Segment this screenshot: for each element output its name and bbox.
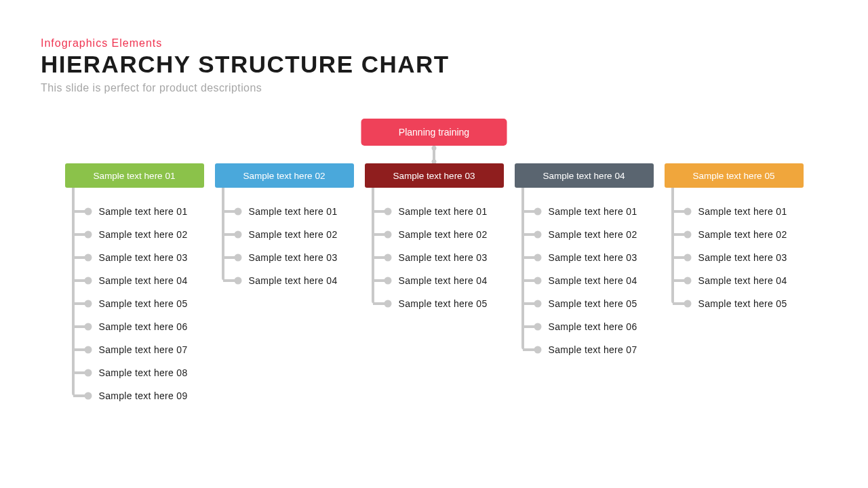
column: Sample text here 04Sample text here 01Sa… bbox=[515, 163, 654, 407]
list-item-label: Sample text here 07 bbox=[549, 344, 637, 355]
list-item: Sample text here 07 bbox=[515, 338, 654, 361]
list-item: Sample text here 07 bbox=[65, 338, 204, 361]
column-body: Sample text here 01Sample text here 02Sa… bbox=[665, 188, 804, 315]
bullet-dot-icon bbox=[384, 231, 391, 239]
bullet-dot-icon bbox=[84, 277, 92, 285]
list-item: Sample text here 05 bbox=[65, 292, 204, 315]
list-item: Sample text here 02 bbox=[515, 223, 654, 246]
bullet-dot-icon bbox=[384, 277, 391, 285]
list-item-label: Sample text here 04 bbox=[399, 275, 488, 286]
bullet-dot-icon bbox=[384, 208, 391, 216]
column-body: Sample text here 01Sample text here 02Sa… bbox=[215, 188, 354, 292]
column-body: Sample text here 01Sample text here 02Sa… bbox=[515, 188, 654, 361]
list-item-label: Sample text here 04 bbox=[549, 275, 637, 286]
column-header: Sample text here 05 bbox=[665, 163, 804, 188]
list-item-label: Sample text here 01 bbox=[99, 206, 188, 217]
list-item-label: Sample text here 02 bbox=[399, 229, 488, 240]
list-item-label: Sample text here 07 bbox=[99, 344, 188, 355]
list-item: Sample text here 03 bbox=[665, 246, 804, 269]
list-item-label: Sample text here 03 bbox=[399, 252, 488, 263]
column-body: Sample text here 01Sample text here 02Sa… bbox=[65, 188, 204, 407]
bullet-dot-icon bbox=[684, 300, 691, 308]
list-item: Sample text here 01 bbox=[215, 200, 354, 223]
list-item: Sample text here 01 bbox=[365, 200, 504, 223]
pretitle: Infographics Elements bbox=[41, 37, 827, 49]
list-item: Sample text here 02 bbox=[65, 223, 204, 246]
list-item: Sample text here 04 bbox=[65, 269, 204, 292]
column: Sample text here 02Sample text here 01Sa… bbox=[215, 163, 354, 407]
list-item: Sample text here 02 bbox=[215, 223, 354, 246]
bullet-dot-icon bbox=[684, 208, 691, 216]
list-item-label: Sample text here 09 bbox=[99, 390, 188, 401]
list-item-label: Sample text here 05 bbox=[698, 298, 787, 309]
list-item: Sample text here 03 bbox=[515, 246, 654, 269]
list-item-label: Sample text here 03 bbox=[698, 252, 787, 263]
list-item-label: Sample text here 01 bbox=[698, 206, 787, 217]
list-item-label: Sample text here 04 bbox=[99, 275, 188, 286]
bullet-dot-icon bbox=[684, 277, 691, 285]
list-item-label: Sample text here 04 bbox=[249, 275, 338, 286]
bullet-dot-icon bbox=[84, 369, 92, 377]
list-item: Sample text here 05 bbox=[665, 292, 804, 315]
root-node: Planning training bbox=[361, 119, 507, 146]
bullet-dot-icon bbox=[234, 231, 241, 239]
bullet-dot-icon bbox=[534, 277, 541, 285]
column: Sample text here 01Sample text here 01Sa… bbox=[65, 163, 204, 407]
bullet-dot-icon bbox=[384, 300, 391, 308]
list-item: Sample text here 02 bbox=[365, 223, 504, 246]
bullet-dot-icon bbox=[234, 277, 241, 285]
list-item-label: Sample text here 02 bbox=[99, 229, 188, 240]
column: Sample text here 05Sample text here 01Sa… bbox=[665, 163, 804, 407]
bullet-dot-icon bbox=[534, 254, 541, 262]
list-item-label: Sample text here 08 bbox=[99, 367, 188, 378]
list-item: Sample text here 05 bbox=[515, 292, 654, 315]
list-item-label: Sample text here 03 bbox=[99, 252, 188, 263]
connector-dot bbox=[432, 146, 437, 150]
column-header: Sample text here 01 bbox=[65, 163, 204, 188]
bullet-dot-icon bbox=[84, 254, 92, 262]
column-header: Sample text here 04 bbox=[515, 163, 654, 188]
list-item-label: Sample text here 03 bbox=[549, 252, 637, 263]
list-item-label: Sample text here 05 bbox=[549, 298, 637, 309]
bullet-dot-icon bbox=[534, 323, 541, 331]
list-item-label: Sample text here 05 bbox=[399, 298, 488, 309]
list-item-label: Sample text here 01 bbox=[249, 206, 338, 217]
list-item: Sample text here 03 bbox=[65, 246, 204, 269]
list-item-label: Sample text here 06 bbox=[99, 321, 188, 332]
bullet-dot-icon bbox=[234, 254, 241, 262]
list-item: Sample text here 04 bbox=[665, 269, 804, 292]
list-item-label: Sample text here 03 bbox=[249, 252, 338, 263]
list-item-label: Sample text here 01 bbox=[399, 206, 488, 217]
list-item: Sample text here 03 bbox=[365, 246, 504, 269]
list-item-label: Sample text here 02 bbox=[549, 229, 637, 240]
list-item: Sample text here 04 bbox=[215, 269, 354, 292]
list-item-label: Sample text here 04 bbox=[698, 275, 787, 286]
list-item: Sample text here 06 bbox=[515, 315, 654, 338]
list-item: Sample text here 01 bbox=[665, 200, 804, 223]
bullet-dot-icon bbox=[534, 346, 541, 354]
list-item: Sample text here 09 bbox=[65, 384, 204, 407]
list-item-label: Sample text here 05 bbox=[99, 298, 188, 309]
column-header: Sample text here 02 bbox=[215, 163, 354, 188]
bullet-dot-icon bbox=[84, 323, 92, 331]
bullet-dot-icon bbox=[384, 254, 391, 262]
columns-container: Sample text here 01Sample text here 01Sa… bbox=[0, 163, 868, 407]
bullet-dot-icon bbox=[234, 208, 241, 216]
bullet-dot-icon bbox=[534, 231, 541, 239]
list-item: Sample text here 04 bbox=[365, 269, 504, 292]
list-item-label: Sample text here 02 bbox=[249, 229, 338, 240]
list-item: Sample text here 01 bbox=[515, 200, 654, 223]
list-item-label: Sample text here 06 bbox=[549, 321, 637, 332]
list-item-label: Sample text here 01 bbox=[549, 206, 637, 217]
bullet-dot-icon bbox=[684, 231, 691, 239]
bullet-dot-icon bbox=[84, 231, 92, 239]
bullet-dot-icon bbox=[684, 254, 691, 262]
subtitle: This slide is perfect for product descri… bbox=[41, 82, 827, 94]
list-item: Sample text here 08 bbox=[65, 361, 204, 384]
column-body: Sample text here 01Sample text here 02Sa… bbox=[365, 188, 504, 315]
list-item: Sample text here 02 bbox=[665, 223, 804, 246]
column: Sample text here 03Sample text here 01Sa… bbox=[365, 163, 504, 407]
bullet-dot-icon bbox=[534, 300, 541, 308]
bullet-dot-icon bbox=[534, 208, 541, 216]
page-title: HIERARCHY STRUCTURE CHART bbox=[41, 51, 827, 78]
